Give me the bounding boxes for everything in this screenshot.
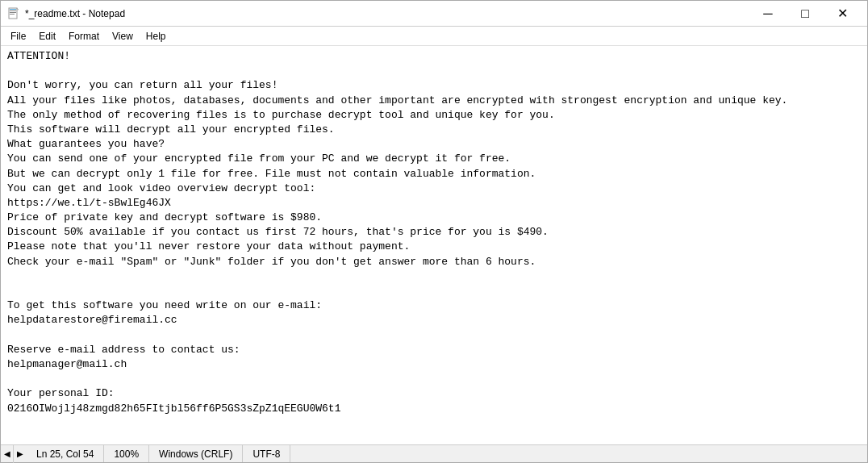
- title-bar: *_readme.txt - Notepad ─ □ ✕: [1, 1, 867, 27]
- menu-format[interactable]: Format: [62, 29, 106, 44]
- svg-marker-5: [17, 8, 19, 10]
- menu-file[interactable]: File: [4, 29, 32, 44]
- maximize-button[interactable]: □: [787, 1, 824, 27]
- menu-bar: File Edit Format View Help: [1, 27, 867, 46]
- svg-rect-2: [10, 10, 16, 11]
- menu-edit[interactable]: Edit: [32, 29, 62, 44]
- encoding: UTF-8: [243, 445, 290, 462]
- minimize-button[interactable]: ─: [749, 1, 787, 27]
- svg-rect-4: [10, 14, 15, 15]
- svg-rect-3: [10, 12, 16, 13]
- window-title: *_readme.txt - Notepad: [25, 8, 749, 19]
- menu-help[interactable]: Help: [140, 29, 173, 44]
- svg-rect-1: [10, 9, 16, 10]
- text-content[interactable]: ATTENTION! Don't worry, you can return a…: [1, 46, 867, 444]
- scroll-right-button[interactable]: ▶: [14, 445, 27, 463]
- cursor-position: Ln 25, Col 54: [27, 445, 104, 462]
- line-ending: Windows (CRLF): [149, 445, 243, 462]
- window-controls: ─ □ ✕: [749, 1, 861, 27]
- notepad-window: *_readme.txt - Notepad ─ □ ✕ File Edit F…: [0, 0, 868, 463]
- close-button[interactable]: ✕: [824, 1, 861, 27]
- app-icon: [7, 7, 20, 20]
- menu-view[interactable]: View: [106, 29, 140, 44]
- zoom-level: 100%: [104, 445, 149, 462]
- scroll-left-button[interactable]: ◀: [1, 445, 14, 463]
- status-bar: ◀ ▶ Ln 25, Col 54 100% Windows (CRLF) UT…: [1, 444, 867, 462]
